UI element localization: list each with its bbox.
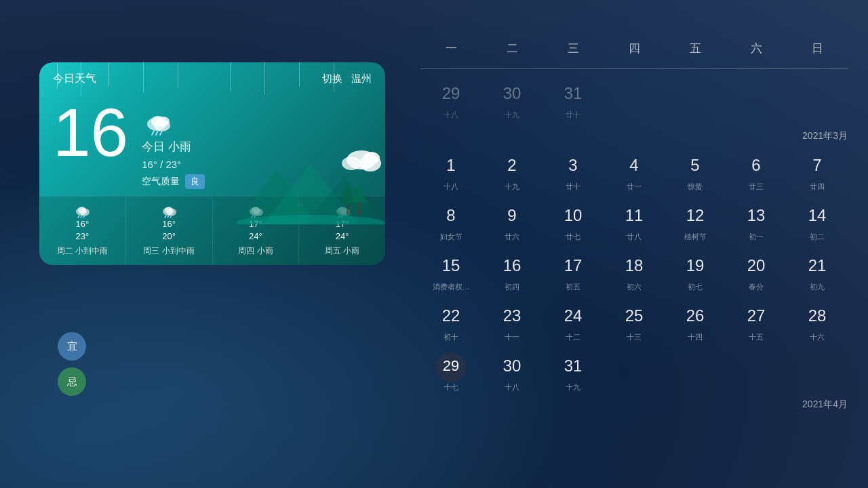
svg-line-16 xyxy=(152,131,154,135)
svg-line-23 xyxy=(81,216,82,218)
svg-point-21 xyxy=(78,207,86,214)
forecast-temp-1: 16° 20° xyxy=(162,218,176,243)
ji-icon-button[interactable]: 忌 xyxy=(58,367,86,396)
forecast-icon-1 xyxy=(159,205,178,218)
calendar-cell-2-2[interactable]: 10 廿七 xyxy=(542,197,604,245)
prev-month-label: 2021年3月 xyxy=(420,125,848,145)
calendar-cell-3-3[interactable]: 18 初六 xyxy=(604,247,665,296)
forecast-item-0: 16° 23° 周二 小到中雨 xyxy=(39,197,126,265)
svg-line-17 xyxy=(156,131,158,135)
calendar-cell-1-5[interactable]: 6 廿三 xyxy=(726,146,787,195)
calendar-cell-3-6[interactable]: 21 初九 xyxy=(787,247,848,296)
calendar-cell-3-0[interactable]: 15 消费者权… xyxy=(420,247,481,296)
forecast-day-1: 周三 小到中雨 xyxy=(143,245,194,257)
calendar-row-5: 29 十七 30 十八 31 十九 xyxy=(420,347,848,396)
calendar-cell-5-2[interactable]: 31 十九 xyxy=(542,347,604,396)
calendar-cell-1-1[interactable]: 2 十九 xyxy=(481,146,542,195)
svg-point-15 xyxy=(157,117,170,126)
weekday-sun: 日 xyxy=(787,34,848,63)
calendar-cell-2-6[interactable]: 14 初二 xyxy=(787,197,848,245)
calendar-cell-1-0[interactable]: 1 十八 xyxy=(420,146,481,195)
calendar-cell-3-2[interactable]: 17 初五 xyxy=(542,247,604,296)
calendar-cell-4-5[interactable]: 27 十五 xyxy=(726,297,787,346)
calendar-cell-0-0[interactable]: 29 十八 xyxy=(420,75,481,123)
weekday-headers: 一 二 三 四 五 六 日 xyxy=(420,34,848,69)
weather-card: 今日天气 切换 温州 16 今日 小雨 16° xyxy=(39,62,385,265)
side-icons: 宜 忌 xyxy=(58,332,86,396)
svg-line-18 xyxy=(160,131,162,135)
forecast-temp-0: 16° 23° xyxy=(76,218,90,243)
weekday-sat: 六 xyxy=(726,34,787,63)
svg-line-28 xyxy=(165,216,166,218)
calendar: 一 二 三 四 五 六 日 29 十八 30 十九 31 xyxy=(420,34,848,468)
weekday-thu: 四 xyxy=(604,34,665,63)
calendar-cell-1-6[interactable]: 7 廿四 xyxy=(787,146,848,195)
calendar-cell-0-1[interactable]: 30 十九 xyxy=(481,75,542,123)
svg-rect-7 xyxy=(358,203,361,215)
calendar-cell-5-0[interactable]: 29 十七 xyxy=(420,347,481,396)
calendar-cell-2-3[interactable]: 11 廿八 xyxy=(604,197,665,245)
calendar-cell-4-4[interactable]: 26 十四 xyxy=(665,297,726,346)
calendar-cell-4-3[interactable]: 25 十三 xyxy=(604,297,665,346)
calendar-cell-4-6[interactable]: 28 十六 xyxy=(787,297,848,346)
calendar-cell-3-4[interactable]: 19 初七 xyxy=(665,247,726,296)
calendar-row-0: 29 十八 30 十九 31 廿十 xyxy=(420,75,848,123)
weather-main: 16 今日 小雨 16° / 23° 空气质量 良 xyxy=(39,92,385,196)
calendar-cell-3-5[interactable]: 20 春分 xyxy=(726,247,787,296)
calendar-cell-1-3[interactable]: 4 廿一 xyxy=(604,146,665,195)
air-quality-badge: 良 xyxy=(185,174,205,189)
weekday-tue: 二 xyxy=(481,34,542,63)
calendar-grid: 29 十八 30 十九 31 廿十 2021年3月 1 xyxy=(420,75,848,396)
temp-range: 16° / 23° xyxy=(142,159,205,170)
forecast-day-3: 周五 小雨 xyxy=(325,245,359,257)
calendar-cell-2-4[interactable]: 12 植树节 xyxy=(665,197,726,245)
forecast-item-1: 16° 20° 周三 小到中雨 xyxy=(126,197,213,265)
svg-point-27 xyxy=(165,207,173,214)
forecast-day-0: 周二 小到中雨 xyxy=(57,245,108,257)
calendar-cell-0-2[interactable]: 31 廿十 xyxy=(542,75,604,123)
weekday-fri: 五 xyxy=(665,34,726,63)
forecast-icon-0 xyxy=(73,205,92,218)
today-description: 今日 小雨 xyxy=(142,139,205,155)
svg-line-29 xyxy=(167,216,169,218)
weekday-wed: 三 xyxy=(542,34,604,63)
calendar-cell-2-5[interactable]: 13 初一 xyxy=(726,197,787,245)
calendar-row-1: 1 十八 2 十九 3 廿十 4 廿一 xyxy=(420,146,848,195)
weather-icon-area xyxy=(142,112,205,136)
weather-cloud-icon xyxy=(142,112,174,136)
weekday-mon: 一 xyxy=(420,34,481,63)
svg-line-30 xyxy=(170,216,172,218)
calendar-cell-2-0[interactable]: 8 妇女节 xyxy=(420,197,481,245)
weather-details: 今日 小雨 16° / 23° 空气质量 良 xyxy=(142,112,205,189)
calendar-cell-4-1[interactable]: 23 十一 xyxy=(481,297,542,346)
calendar-cell-4-0[interactable]: 22 初十 xyxy=(420,297,481,346)
calendar-row-2: 8 妇女节 9 廿六 10 廿七 11 xyxy=(420,197,848,245)
forecast-day-2: 周四 小雨 xyxy=(238,245,273,257)
weather-switch[interactable]: 切换 温州 xyxy=(322,73,372,85)
yi-icon-button[interactable]: 宜 xyxy=(58,332,86,361)
calendar-cell-5-1[interactable]: 30 十八 xyxy=(481,347,542,396)
svg-line-24 xyxy=(83,216,85,218)
calendar-row-4: 22 初十 23 十一 24 十二 25 xyxy=(420,297,848,346)
weather-title: 今日天气 xyxy=(53,72,96,86)
next-month-label: 2021年4月 xyxy=(420,396,848,411)
calendar-cell-2-1[interactable]: 9 廿六 xyxy=(481,197,542,245)
svg-line-22 xyxy=(78,216,79,218)
calendar-cell-1-4[interactable]: 5 惊蛰 xyxy=(665,146,726,195)
calendar-row-3: 15 消费者权… 16 初四 17 初五 18 xyxy=(420,247,848,296)
calendar-cell-1-2[interactable]: 3 廿十 xyxy=(542,146,604,195)
weather-header: 今日天气 切换 温州 xyxy=(39,62,385,92)
calendar-cell-3-1[interactable]: 16 初四 xyxy=(481,247,542,296)
air-quality: 空气质量 良 xyxy=(142,174,205,189)
calendar-cell-4-2[interactable]: 24 十二 xyxy=(542,297,604,346)
svg-rect-5 xyxy=(347,204,349,214)
temperature-display: 16 xyxy=(53,98,128,166)
